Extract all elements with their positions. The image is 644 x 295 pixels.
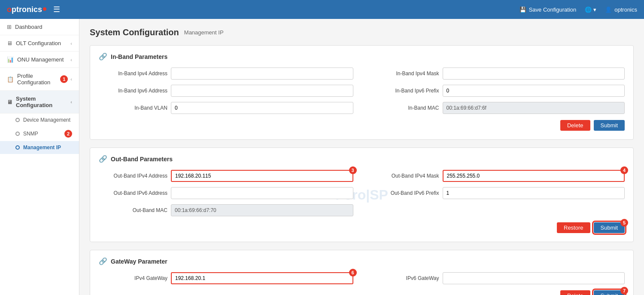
outband-ipv6-prefix-input[interactable] — [443, 187, 625, 199]
ipv4-gw-label: IPv4 GateWay — [99, 275, 167, 281]
nav-left: optronics ☰ — [7, 5, 60, 14]
outband-ipv6-addr-input[interactable] — [171, 187, 353, 199]
outband-submit-wrapper: Submit 5 — [594, 222, 625, 233]
inband-ipv4-mask-input[interactable] — [443, 68, 625, 80]
globe-icon: 🌐 — [585, 6, 592, 13]
gateway-delete-button[interactable]: Delete — [560, 290, 590, 295]
sidebar-mgmt-ip-label: Management IP — [23, 144, 61, 151]
username-label: optronics — [614, 6, 637, 13]
top-navigation: optronics ☰ 💾 Save Configuration 🌐 ▾ 👤 o… — [0, 0, 644, 19]
inband-btn-row: Delete Submit — [99, 120, 625, 131]
inband-header: 🔗 In-Band Parameters — [99, 52, 625, 61]
user-menu[interactable]: 👤 optronics — [605, 6, 637, 13]
sidebar-device-mgmt-label: Device Management — [23, 117, 70, 123]
gateway-header: 🔗 GateWay Parameter — [99, 257, 625, 265]
sidebar-item-profile[interactable]: 📋 Profile Configuration 1 ‹ — [0, 68, 79, 91]
outband-restore-button[interactable]: Restore — [557, 222, 590, 233]
ipv4-gw-input[interactable] — [171, 272, 353, 284]
page-header: System Configuration Management IP — [90, 28, 634, 37]
ipv6-gw-input[interactable] — [443, 272, 625, 284]
page-title: System Configuration — [90, 28, 179, 37]
outband-ipv4-mask-input[interactable] — [443, 170, 625, 182]
save-config-button[interactable]: 💾 Save Configuration — [519, 6, 577, 13]
save-config-label: Save Configuration — [529, 6, 577, 13]
page-subtitle: Management IP — [184, 29, 224, 36]
inband-ipv6-prefix-label: In-Band Ipv6 Prefix — [371, 88, 439, 94]
outband-btn-row: Restore Submit 5 — [99, 222, 625, 233]
hamburger-icon[interactable]: ☰ — [53, 5, 60, 14]
device-mgmt-circle — [15, 118, 20, 122]
olt-arrow: ‹ — [70, 41, 72, 46]
profile-icon: 📋 — [7, 76, 14, 83]
outband-mac-label: Out-Band MAC — [99, 207, 167, 213]
inband-ipv4-addr-row: In-Band Ipv4 Address — [99, 68, 353, 80]
sidebar-item-left: 🖥 System Configuration — [7, 95, 70, 108]
sidebar-item-left: 🖥 OLT Configuration — [7, 40, 61, 46]
outband-ipv4-addr-label: Out-Band IPv4 Address — [99, 173, 167, 179]
outband-ipv4-addr-row: Out-Band IPv4 Address 3 — [99, 170, 353, 182]
sidebar: ⊞ Dashboard 🖥 OLT Configuration ‹ 📊 ONU … — [0, 19, 79, 295]
sidebar-sub-snmp[interactable]: SNMP 2 — [0, 126, 79, 141]
sidebar-onu-label: ONU Management — [17, 56, 64, 63]
sidebar-sub-device-mgmt[interactable]: Device Management — [0, 114, 79, 126]
dashboard-icon: ⊞ — [7, 24, 12, 30]
outband-ipv4-mask-label: Out-Band IPv4 Mask — [371, 173, 439, 179]
inband-vlan-label: In-Band VLAN — [99, 105, 167, 111]
inband-ipv6-addr-input[interactable] — [171, 85, 353, 97]
badge-4: 4 — [620, 166, 628, 174]
badge-6: 6 — [349, 269, 357, 277]
gateway-form: IPv4 GateWay 6 IPv6 GateWay — [99, 272, 625, 284]
inband-mac-input — [443, 102, 625, 114]
profile-arrow: ‹ — [70, 77, 72, 82]
inband-submit-button[interactable]: Submit — [594, 120, 625, 131]
badge-3: 3 — [349, 166, 357, 174]
language-selector[interactable]: 🌐 ▾ — [585, 6, 596, 13]
inband-vlan-input[interactable] — [171, 102, 353, 114]
outband-title: Out-Band Parameters — [111, 156, 173, 163]
ipv4-gw-row: IPv4 GateWay 6 — [99, 272, 353, 284]
logo: optronics — [7, 5, 46, 14]
sidebar-item-olt[interactable]: 🖥 OLT Configuration ‹ — [0, 35, 79, 52]
sidebar-item-onu[interactable]: 📊 ONU Management ‹ — [0, 52, 79, 68]
outband-ipv6-prefix-row: Out-Band IPv6 Prefix — [371, 187, 625, 199]
logo-rest: ptronics — [12, 5, 42, 14]
inband-ipv4-mask-row: In-Band Ipv4 Mask — [371, 68, 625, 80]
outband-ipv6-addr-label: Out-Band IPv6 Address — [99, 190, 167, 196]
inband-title: In-Band Parameters — [111, 53, 167, 60]
outband-mac-input — [171, 204, 353, 216]
sidebar-item-system[interactable]: 🖥 System Configuration ‹ — [0, 91, 79, 114]
outband-submit-button[interactable]: Submit — [594, 222, 625, 233]
sidebar-profile-label: Profile Configuration — [17, 73, 60, 86]
logo-dot — [43, 7, 46, 11]
outband-ipv6-prefix-label: Out-Band IPv6 Prefix — [371, 190, 439, 196]
main-content: System Configuration Management IP 🔗 In-… — [79, 19, 644, 295]
inband-ipv4-mask-label: In-Band Ipv4 Mask — [371, 71, 439, 77]
sidebar-olt-label: OLT Configuration — [16, 40, 61, 46]
ipv6-gw-label: IPv6 GateWay — [371, 275, 439, 281]
logo-o: o — [7, 5, 12, 14]
nav-right: 💾 Save Configuration 🌐 ▾ 👤 optronics — [519, 6, 637, 13]
inband-mac-label: In-Band MAC — [371, 105, 439, 111]
gateway-title: GateWay Parameter — [111, 258, 167, 265]
onu-icon: 📊 — [7, 56, 14, 63]
sidebar-dashboard-label: Dashboard — [15, 24, 43, 30]
inband-ipv4-addr-input[interactable] — [171, 68, 353, 80]
outband-ipv4-mask-row: Out-Band IPv4 Mask 4 — [371, 170, 625, 182]
badge-7: 7 — [620, 287, 628, 295]
inband-ipv6-addr-row: In-Band Ipv6 Address — [99, 85, 353, 97]
outband-empty-row — [371, 204, 625, 216]
main-layout: ⊞ Dashboard 🖥 OLT Configuration ‹ 📊 ONU … — [0, 19, 644, 295]
sidebar-snmp-label: SNMP — [23, 131, 38, 137]
gateway-submit-wrapper: Submit 7 — [594, 290, 625, 295]
sidebar-item-left: ⊞ Dashboard — [7, 24, 43, 30]
sidebar-item-dashboard[interactable]: ⊞ Dashboard — [0, 19, 79, 35]
inband-ipv6-addr-label: In-Band Ipv6 Address — [99, 88, 167, 94]
sidebar-sub-management-ip[interactable]: Management IP — [0, 141, 79, 154]
inband-form: In-Band Ipv4 Address In-Band Ipv4 Mask I… — [99, 68, 625, 114]
inband-ipv6-prefix-input[interactable] — [443, 85, 625, 97]
outband-ipv4-addr-input[interactable] — [171, 170, 353, 182]
onu-arrow: ‹ — [70, 57, 72, 62]
outband-ipv6-addr-row: Out-Band IPv6 Address — [99, 187, 353, 199]
sidebar-system-label: System Configuration — [16, 95, 70, 108]
inband-delete-button[interactable]: Delete — [560, 120, 590, 131]
